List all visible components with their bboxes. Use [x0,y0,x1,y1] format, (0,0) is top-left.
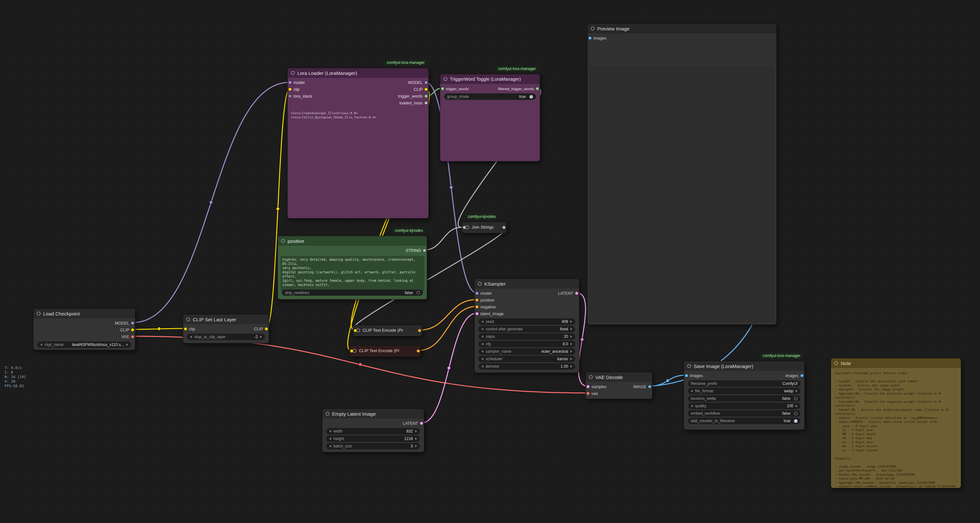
latent-output-dot[interactable] [575,292,579,295]
prev-option-icon[interactable] [40,343,42,346]
node-titlebar[interactable]: TriggerWord Toggle (LoraManager) [440,74,540,84]
increment-icon[interactable] [415,430,417,433]
images-input-dot[interactable] [588,36,592,40]
node-titlebar[interactable]: VAE Decode [585,372,652,382]
increment-icon[interactable] [570,365,572,368]
collapse-icon[interactable] [37,312,41,315]
widget-steps[interactable]: steps 20 [479,333,575,340]
widget-lossless-webp[interactable]: lossless_webp false [688,395,800,402]
widget-file-format[interactable]: file_format webp [688,388,800,394]
prev-option-icon[interactable] [691,390,693,392]
collapse-icon[interactable] [291,71,295,75]
model-input-dot[interactable] [475,292,479,295]
collapse-icon[interactable] [834,361,838,365]
widget-group-mode[interactable]: group_mode true [444,94,536,100]
increment-icon[interactable] [415,445,417,447]
node-titlebar[interactable]: Note [831,358,961,368]
prev-option-icon[interactable] [481,328,484,330]
samples-input-dot[interactable] [586,385,590,388]
widget-stop-at-clip-layer[interactable]: stop_at_clip_layer -2 [187,334,265,340]
toggle-off-icon[interactable] [794,412,797,415]
node-titlebar[interactable]: Preview Image [587,24,776,33]
widget-width[interactable]: width 832 [326,428,420,434]
widget-quality[interactable]: quality 100 [688,403,800,409]
decrement-icon[interactable] [481,335,484,338]
clip-output-dot[interactable] [131,328,134,332]
lora-stack-input-dot[interactable] [288,94,292,98]
widget-cfg[interactable]: cfg 8.0 [479,341,575,347]
filtered-trigger-words-output-dot[interactable] [536,87,539,90]
node-clip-text-encode-positive[interactable]: CLIP Text Encode (Pr [353,325,422,336]
clip-output-dot[interactable] [264,327,268,331]
increment-icon[interactable] [570,343,572,345]
node-graph-canvas[interactable]: T: 0.0/s I: 0 N: 14 [14] V: 28 FPS:58.82… [0,0,980,523]
decrement-icon[interactable] [329,445,331,447]
next-option-icon[interactable] [126,343,128,346]
model-output-dot[interactable] [131,321,134,325]
node-titlebar[interactable]: Empty Latent Image [322,409,424,418]
images-output-dot[interactable] [800,374,804,377]
image-output-dot[interactable] [648,385,651,388]
widget-control-after-generate[interactable]: control after generate fixed [479,326,575,332]
decrement-icon[interactable] [329,430,331,433]
collapse-icon[interactable] [589,375,593,379]
widget-scheduler[interactable]: scheduler karras [479,356,575,362]
node-titlebar[interactable]: Save Image (LoraManager) [684,361,804,371]
trigger-words-input-dot[interactable] [441,87,444,90]
latent-image-input-dot[interactable] [475,312,479,315]
conditioning-output-dot[interactable] [418,329,422,332]
string-output-dot[interactable] [423,249,426,252]
decrement-icon[interactable] [481,365,484,368]
node-clip-set-last-layer[interactable]: CLIP Set Last Layer clip CLIP stop_at_cl… [183,314,269,343]
collapse-icon[interactable] [326,412,329,416]
toggle-off-icon[interactable] [417,291,420,295]
increment-icon[interactable] [260,336,262,338]
widget-strip-newlines[interactable]: strip_newlines false [282,290,423,296]
node-positive-prompt[interactable]: comfyui-kjnodes positive STRING highres,… [278,236,427,300]
decrement-icon[interactable] [190,336,192,338]
node-titlebar[interactable]: Load Checkpoint [33,309,135,319]
widget-embed-workflow[interactable]: embed_workflow false [688,410,800,417]
toggle-off-icon[interactable] [794,397,797,401]
node-titlebar[interactable]: CLIP Text Encode (Pr [349,345,421,356]
widget-height[interactable]: height 1216 [326,436,420,442]
increment-icon[interactable] [570,335,572,338]
toggle-on-icon[interactable] [794,419,797,423]
collapse-icon[interactable] [186,317,190,321]
node-titlebar[interactable]: positive [278,236,427,246]
next-option-icon[interactable] [570,328,572,330]
increment-icon[interactable] [415,437,417,440]
model-output-dot[interactable] [424,81,428,84]
node-save-image[interactable]: comfyui-lora-manager Save Image (LoraMan… [684,361,805,430]
node-titlebar[interactable]: CLIP Text Encode (Pr [353,325,422,335]
collapse-icon[interactable] [687,364,691,368]
next-option-icon[interactable] [795,390,797,392]
widget-filename-prefix[interactable]: filename_prefix ComfyUI [688,380,800,387]
node-titlebar[interactable]: Lora Loader (LoraManager) [288,68,428,78]
string-input-dot[interactable] [463,226,466,229]
prev-option-icon[interactable] [481,350,484,353]
vae-output-dot[interactable] [131,335,134,339]
clip-input-dot[interactable] [184,327,187,331]
node-titlebar[interactable]: CLIP Set Last Layer [183,314,269,324]
string-output-dot[interactable] [502,226,506,229]
widget-denoise[interactable]: denoise 1.00 [479,363,575,369]
images-input-dot[interactable] [685,374,688,377]
collapse-icon[interactable] [281,239,285,243]
widget-seed[interactable]: seed 409 [479,319,575,325]
collapse-icon[interactable] [444,77,447,81]
clip-input-dot[interactable] [288,87,292,91]
node-note[interactable]: Note Available filename_prefix Pattern C… [830,358,961,488]
widget-sampler-name[interactable]: sampler_name euler_ancestral [479,348,575,355]
conditioning-output-dot[interactable] [417,349,420,353]
vae-input-dot[interactable] [586,392,590,395]
node-vae-decode[interactable]: VAE Decode samples IMAGE vae [585,372,652,399]
clip-input-dot[interactable] [353,329,357,332]
node-lora-loader[interactable]: comfyui-lora-manager Lora Loader (LoraMa… [287,68,429,219]
collapse-icon[interactable] [478,282,482,286]
negative-input-dot[interactable] [475,305,479,309]
node-preview-image[interactable]: Preview Image images [587,23,777,325]
node-empty-latent-image[interactable]: Empty Latent Image LATENT width 832 heig… [322,409,424,452]
loaded-loras-output-dot[interactable] [424,101,428,105]
widget-add-counter-to-filename[interactable]: add_counter_to_filename true [688,418,800,424]
